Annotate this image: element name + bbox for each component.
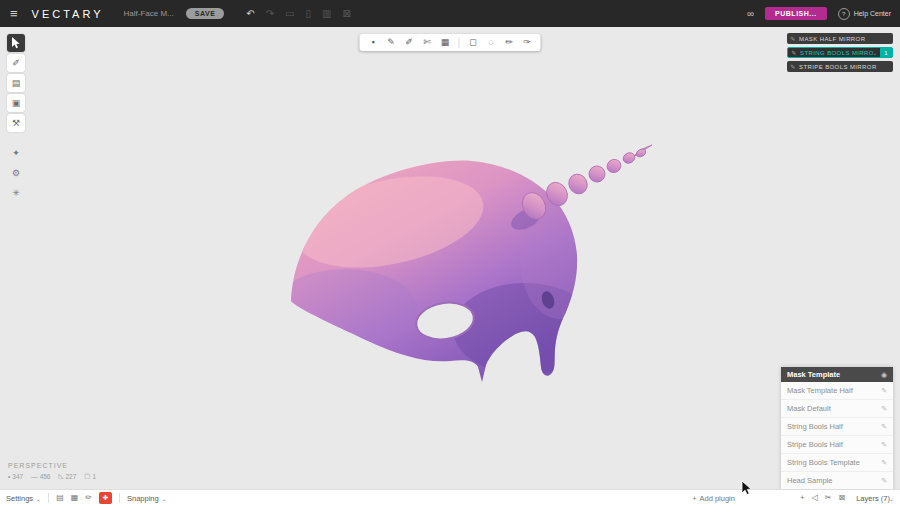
bezier-tool-icon[interactable]: ✐ bbox=[402, 38, 417, 47]
snapping-dropdown[interactable]: Snapping bbox=[127, 494, 159, 503]
object-pill-stripe-bools-mirror[interactable]: ✎ STRIPE BOOLS MIRROR bbox=[787, 61, 893, 72]
vertex-tool-icon[interactable]: ▪ bbox=[366, 38, 381, 47]
layer-label: Stripe Bools Half bbox=[787, 440, 843, 449]
publish-button[interactable]: PUBLISH... bbox=[765, 7, 827, 20]
layer-row-mask-default[interactable]: Mask Default ✎ bbox=[781, 400, 893, 418]
add-plugin-button[interactable]: + Add plugin bbox=[692, 494, 735, 503]
object-pill-mask-half-mirror[interactable]: ✎ MASK HALF MIRROR bbox=[787, 33, 893, 44]
layer-row-string-bools-template[interactable]: String Bools Template ✎ bbox=[781, 454, 893, 472]
lasso-select-icon[interactable]: ◌ bbox=[484, 38, 499, 47]
cursor-icon bbox=[11, 37, 21, 49]
utilities-tool[interactable]: ⚒ bbox=[7, 114, 25, 132]
light-icon: ✦ bbox=[12, 148, 20, 158]
vertex-stat-value: 347 bbox=[12, 473, 23, 480]
edit-pen-icon[interactable]: ✎ bbox=[881, 405, 887, 413]
scissors-icon[interactable]: ✂ bbox=[825, 494, 832, 502]
chevron-down-icon: ⌄ bbox=[36, 495, 41, 502]
layer-row-head-sample[interactable]: Head Sample ✎ bbox=[781, 472, 893, 490]
objects-tool[interactable]: ▤ bbox=[7, 74, 25, 92]
visibility-eye-icon[interactable]: ◉ bbox=[881, 371, 887, 379]
edit-pen-icon[interactable]: ✎ bbox=[787, 63, 799, 70]
object-count: ▢ 1 bbox=[84, 472, 96, 480]
chevron-down-icon[interactable]: ⌄ bbox=[873, 49, 878, 56]
help-center-label: Help Center bbox=[854, 10, 891, 17]
unicorn-horn[interactable] bbox=[518, 145, 652, 223]
share-link-icon[interactable]: ∞ bbox=[747, 8, 754, 19]
viewport-canvas[interactable]: PERSPECTIVE • 347 ― 456 ◺ 227 ▢ 1 bbox=[0, 27, 900, 490]
layer-label: Head Sample bbox=[787, 476, 832, 485]
add-layer-icon[interactable]: + bbox=[800, 494, 805, 502]
brush-select-icon[interactable]: ✏ bbox=[502, 38, 517, 47]
layer-label: String Bools Template bbox=[787, 458, 860, 467]
document-title[interactable]: Half-Face M... bbox=[124, 9, 174, 18]
select-cursor-tool[interactable] bbox=[7, 34, 25, 52]
edge-stat-value: 456 bbox=[40, 473, 51, 480]
mask-3d-model[interactable] bbox=[0, 27, 900, 490]
brush-toggle-icon[interactable]: ✏ bbox=[85, 494, 92, 502]
grid-tool-icon[interactable]: ▦ bbox=[438, 38, 453, 47]
draw-tool[interactable]: ✐ bbox=[7, 54, 25, 72]
settings-dropdown[interactable]: Settings bbox=[6, 494, 33, 503]
object-pill-label: MASK HALF MIRROR bbox=[799, 36, 893, 42]
pen-tool-icon[interactable]: ✎ bbox=[384, 38, 399, 47]
save-button[interactable]: SAVE bbox=[186, 8, 225, 19]
layer-row-string-bools-half[interactable]: String Bools Half ✎ bbox=[781, 418, 893, 436]
edit-pen-icon[interactable]: ✎ bbox=[881, 477, 887, 485]
object-pill-string-bools-mirror[interactable]: ✎ STRING BOOLS MIRROR ⌄ 1 bbox=[787, 47, 893, 58]
delete-icon[interactable]: ⊠ bbox=[343, 9, 351, 19]
panel-layout-icon[interactable]: ▤ bbox=[56, 494, 64, 502]
selection-count-badge: 1 bbox=[880, 48, 892, 57]
bottom-bar: Settings ⌄ ▤ ▦ ✏ ✚ Snapping ⌄ + Add plug… bbox=[0, 489, 900, 506]
knife-tool-icon[interactable]: ✄ bbox=[420, 38, 435, 47]
gizmo-icon: ✚ bbox=[103, 494, 109, 502]
edit-pen-icon[interactable]: ✎ bbox=[881, 441, 887, 449]
light-tool[interactable]: ✦ bbox=[7, 144, 25, 162]
projection-label[interactable]: PERSPECTIVE bbox=[8, 462, 96, 469]
active-gizmo-tool[interactable]: ✚ bbox=[99, 492, 112, 504]
group-icon[interactable]: ▥ bbox=[322, 9, 331, 19]
trash-icon[interactable]: ⊠ bbox=[839, 494, 846, 502]
help-icon: ? bbox=[838, 8, 850, 20]
edit-pen-icon[interactable]: ✎ bbox=[788, 49, 800, 56]
library-tool[interactable]: ▣ bbox=[7, 94, 25, 112]
layer-row-stripe-bools-half[interactable]: Stripe Bools Half ✎ bbox=[781, 436, 893, 454]
help-center-button[interactable]: ? Help Center bbox=[838, 8, 891, 20]
edge-stat-icon: ― bbox=[31, 473, 38, 480]
edit-pen-icon[interactable]: ✎ bbox=[787, 35, 799, 42]
layer-row-mask-template-half[interactable]: Mask Template Half ✎ bbox=[781, 382, 893, 400]
layers-panel-header[interactable]: Mask Template ◉ bbox=[781, 367, 893, 382]
edit-pen-icon[interactable]: ✎ bbox=[881, 423, 887, 431]
edge-count: ― 456 bbox=[31, 473, 50, 480]
layers-panel-title: Mask Template bbox=[787, 370, 840, 379]
face-stat-value: 227 bbox=[66, 473, 77, 480]
layers-dropdown-label: Layers (7) bbox=[856, 494, 890, 503]
edit-mode-toolbar: ▪ ✎ ✐ ✄ ▦ ◻ ◌ ✏ ✑ bbox=[360, 34, 541, 51]
smudge-select-icon[interactable]: ✑ bbox=[520, 38, 535, 47]
layers-dropdown[interactable]: Layers (7) ⌄ bbox=[856, 494, 894, 503]
edit-pen-icon[interactable]: ✎ bbox=[881, 459, 887, 467]
object-pill-list: ✎ MASK HALF MIRROR ✎ STRING BOOLS MIRROR… bbox=[787, 33, 893, 72]
menu-icon[interactable]: ≡ bbox=[10, 7, 18, 20]
sheet-icon: ▤ bbox=[12, 78, 21, 88]
undo-icon[interactable]: ↶ bbox=[246, 9, 254, 19]
vertex-count: • 347 bbox=[8, 473, 23, 480]
expand-icon: ✳ bbox=[12, 188, 20, 198]
left-toolbar: ✐ ▤ ▣ ⚒ ✦ ⚙ ✳ bbox=[7, 34, 25, 202]
speaker-icon[interactable]: ◁ bbox=[812, 494, 818, 502]
redo-icon[interactable]: ↷ bbox=[266, 9, 274, 19]
edit-pen-icon[interactable]: ✎ bbox=[881, 387, 887, 395]
object-stat-icon: ▢ bbox=[84, 472, 90, 480]
app-logo[interactable]: VECTARY bbox=[32, 8, 104, 20]
pen-ruler-icon: ✐ bbox=[12, 58, 20, 68]
copy-icon[interactable]: ▭ bbox=[285, 9, 294, 19]
toolbar-gap bbox=[7, 134, 25, 142]
viewport-info: PERSPECTIVE • 347 ― 456 ◺ 227 ▢ 1 bbox=[8, 462, 96, 480]
vertex-stat-icon: • bbox=[8, 473, 10, 480]
duplicate-icon[interactable]: ▯ bbox=[306, 9, 312, 19]
boxes-icon: ▣ bbox=[12, 98, 21, 108]
marquee-select-icon[interactable]: ◻ bbox=[466, 38, 481, 47]
settings-tool[interactable]: ⚙ bbox=[7, 164, 25, 182]
chevron-down-icon: ⌄ bbox=[162, 495, 167, 502]
expand-tool[interactable]: ✳ bbox=[7, 184, 25, 202]
grid-toggle-icon[interactable]: ▦ bbox=[71, 494, 79, 502]
